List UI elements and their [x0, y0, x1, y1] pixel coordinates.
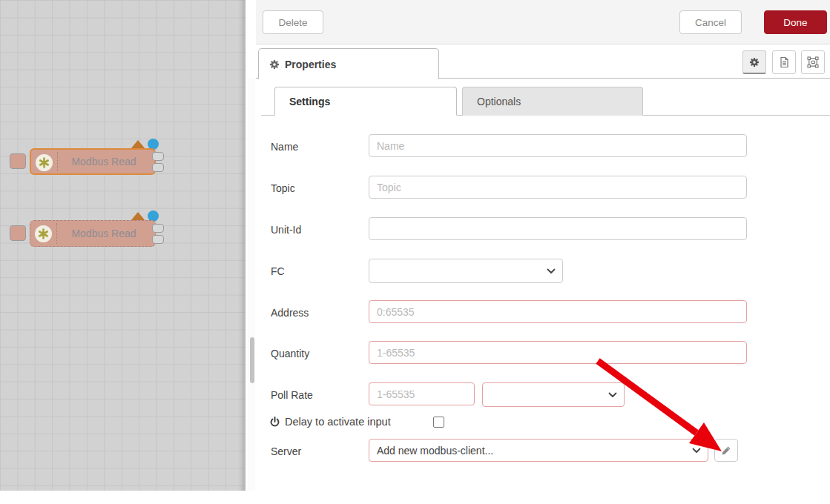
cancel-button[interactable]: Cancel	[679, 10, 742, 34]
edit-node-panel: Delete Cancel Done Properties	[256, 0, 830, 504]
server-select-value: Add new modbus-client...	[377, 445, 493, 457]
chevron-down-icon	[608, 392, 617, 398]
node-icon-divider	[56, 223, 57, 244]
server-select[interactable]: Add new modbus-client...	[369, 439, 708, 462]
flow-canvas[interactable]: Modbus Read	[0, 0, 246, 491]
node-input-port[interactable]	[10, 153, 26, 169]
unit-id-label: Unit-Id	[271, 224, 301, 236]
done-button[interactable]: Done	[764, 10, 827, 34]
gear-icon	[269, 59, 280, 70]
server-label: Server	[271, 445, 301, 457]
poll-rate-label: Poll Rate	[271, 389, 313, 401]
name-input[interactable]	[369, 134, 747, 157]
fc-label: FC	[271, 265, 285, 277]
quantity-label: Quantity	[271, 348, 309, 359]
pencil-icon	[721, 445, 731, 456]
optionals-tab-label: Optionals	[477, 96, 521, 107]
properties-tab-label: Properties	[285, 59, 336, 70]
node-label: Modbus Read	[62, 221, 146, 246]
form-tab-bar: Settings Optionals	[261, 87, 830, 116]
quantity-input[interactable]	[369, 341, 747, 364]
edit-appearance-button[interactable]	[801, 50, 825, 74]
modbus-asterisk-icon	[35, 225, 52, 242]
poll-rate-unit-select[interactable]	[482, 382, 625, 407]
flow-node-modbus-read-1[interactable]: Modbus Read	[10, 138, 174, 179]
poll-rate-input[interactable]	[369, 382, 475, 405]
doc-icon	[779, 56, 790, 68]
address-label: Address	[271, 307, 309, 319]
unit-id-input[interactable]	[369, 217, 747, 240]
edit-properties-button[interactable]	[742, 50, 766, 74]
edit-panel-header: Delete Cancel Done	[256, 0, 830, 44]
name-label: Name	[271, 141, 298, 153]
node-output-port-2[interactable]	[152, 163, 164, 172]
fc-select[interactable]	[369, 259, 563, 283]
node-output-port-2[interactable]	[152, 235, 164, 244]
node-icon-divider	[57, 152, 58, 171]
tab-settings[interactable]: Settings	[274, 87, 457, 116]
delay-activate-label: Delay to activate input	[269, 416, 391, 428]
panel-scrollbar-track[interactable]	[248, 79, 255, 491]
power-icon	[269, 417, 280, 428]
delay-activate-checkbox[interactable]	[433, 417, 444, 428]
properties-tab-bar: Properties	[256, 44, 830, 79]
server-edit-button[interactable]	[714, 439, 738, 462]
topic-input[interactable]	[369, 176, 747, 199]
delete-button[interactable]: Delete	[263, 10, 323, 34]
flow-node-modbus-read-2[interactable]: Modbus Read	[10, 210, 174, 251]
gear-icon	[749, 57, 760, 67]
chevron-down-icon	[692, 448, 701, 454]
address-input[interactable]	[369, 300, 747, 323]
topic-label: Topic	[271, 182, 295, 194]
node-output-port-1[interactable]	[152, 152, 164, 161]
node-input-port[interactable]	[10, 225, 26, 241]
node-red-editor: Modbus Read	[0, 0, 830, 504]
node-label: Modbus Read	[62, 150, 145, 173]
appearance-icon	[807, 56, 819, 68]
node-output-port-1[interactable]	[152, 224, 164, 233]
edit-description-button[interactable]	[772, 50, 796, 74]
modbus-asterisk-icon	[36, 154, 53, 171]
tab-properties[interactable]: Properties	[258, 48, 439, 79]
settings-tab-label: Settings	[289, 96, 330, 107]
chevron-down-icon	[547, 268, 556, 274]
panel-scrollbar-thumb[interactable]	[250, 337, 254, 383]
tab-optionals[interactable]: Optionals	[462, 87, 643, 116]
